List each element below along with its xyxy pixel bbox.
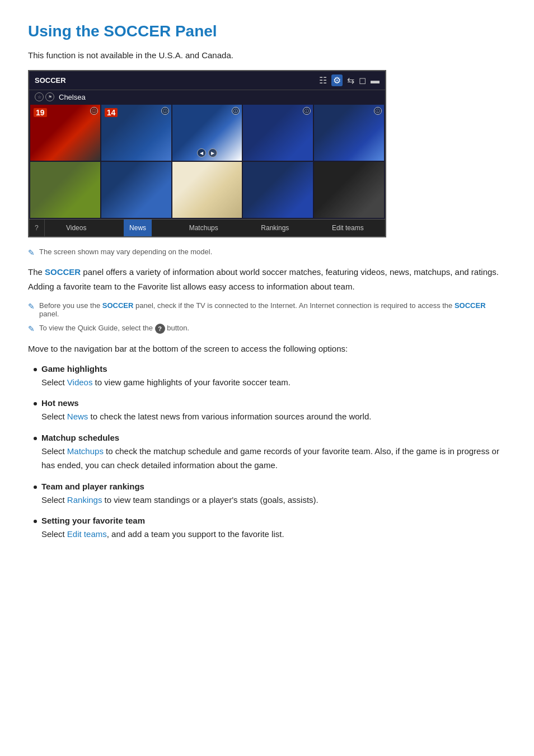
- play-controls: ◀ ▶: [197, 148, 217, 157]
- bullet-desc-3: Select Matchups to check the matchup sch…: [41, 445, 506, 473]
- feature-list: Game highlights Select Videos to view ga…: [34, 364, 506, 542]
- bullet-title-5: Setting your favorite team: [41, 516, 145, 525]
- note-2: ✎ To view the Quick Guide, select the ? …: [28, 324, 506, 334]
- bullet-desc-2: Select News to check the latest news fro…: [41, 410, 506, 424]
- badge-icon: ⚑: [45, 92, 54, 101]
- next-icon[interactable]: ▶: [208, 148, 217, 157]
- nav-items: Videos News Matchups Rankings Edit teams: [45, 220, 385, 236]
- window-icon[interactable]: ◻: [359, 75, 366, 86]
- list-item-hot-news: Hot news Select News to check the latest…: [34, 398, 506, 424]
- team-name: Chelsea: [59, 93, 86, 101]
- soccer-panel-title: SOCCER: [35, 76, 66, 85]
- image-cell-10: [314, 162, 384, 218]
- team-row: ☆ ⚑ Chelsea: [29, 90, 385, 104]
- bullet-dot-2: [34, 402, 37, 405]
- videos-link[interactable]: Videos: [67, 377, 93, 387]
- bullet-title-4: Team and player rankings: [41, 482, 144, 491]
- matchups-link[interactable]: Matchups: [67, 446, 104, 456]
- nav-matchups[interactable]: Matchups: [184, 220, 224, 236]
- bullet-dot-5: [34, 520, 37, 523]
- image-cell-1[interactable]: 19 ⓘ: [30, 105, 100, 161]
- image-cell-2[interactable]: 14 ⓘ: [101, 105, 171, 161]
- favorite-icon: ☆: [35, 92, 44, 101]
- list-icon[interactable]: ☷: [319, 75, 327, 86]
- list-item-matchup-schedules: Matchup schedules Select Matchups to che…: [34, 433, 506, 473]
- bullet-desc-4: Select Rankings to view team standings o…: [41, 493, 506, 507]
- image-badge-2: ⓘ: [161, 107, 169, 115]
- intro-text: This function is not available in the U.…: [28, 50, 506, 60]
- screen-note: ✎ The screen shown may vary depending on…: [28, 248, 506, 257]
- nav-rankings[interactable]: Rankings: [255, 220, 294, 236]
- body-paragraph: The SOCCER panel offers a variety of inf…: [28, 265, 506, 293]
- image-cell-7[interactable]: [101, 162, 171, 218]
- bullet-title-2: Hot news: [41, 398, 79, 408]
- prev-icon[interactable]: ◀: [197, 148, 206, 157]
- soccer-highlight-3: SOCCER: [455, 301, 486, 310]
- settings-icon[interactable]: ⚙: [331, 74, 343, 86]
- image-grid: 19 ⓘ 14 ⓘ ⓘ ◀ ▶ ⓘ ⓘ: [29, 104, 385, 219]
- nav-edit-teams[interactable]: Edit teams: [326, 220, 369, 236]
- edit-teams-link[interactable]: Edit teams: [67, 529, 107, 539]
- jersey-number-2: 14: [105, 108, 118, 117]
- list-item-rankings: Team and player rankings Select Rankings…: [34, 482, 506, 507]
- pencil-icon-3: ✎: [28, 324, 35, 333]
- bullet-title-1: Game highlights: [41, 364, 107, 374]
- bullet-dot-3: [34, 437, 37, 440]
- nav-videos[interactable]: Videos: [60, 220, 92, 236]
- help-button[interactable]: ?: [29, 220, 45, 236]
- nav-news[interactable]: News: [124, 220, 152, 236]
- page-title: Using the SOCCER Panel: [28, 22, 506, 40]
- header-toolbar: ☷ ⚙ ⇆ ◻ ▬: [319, 74, 380, 86]
- jersey-number: 19: [34, 108, 47, 117]
- soccer-panel: SOCCER ☷ ⚙ ⇆ ◻ ▬ ☆ ⚑ Chelsea 19 ⓘ 14 ⓘ: [28, 70, 386, 237]
- bullet-desc-1: Select Videos to view game highlights of…: [41, 376, 506, 390]
- image-badge-1: ⓘ: [90, 107, 98, 115]
- bullet-desc-5: Select Edit teams, and add a team you su…: [41, 528, 506, 542]
- image-cell-6[interactable]: [30, 162, 100, 218]
- navigation-intro: Move to the navigation bar at the bottom…: [28, 342, 506, 356]
- list-item-game-highlights: Game highlights Select Videos to view ga…: [34, 364, 506, 390]
- image-cell-3[interactable]: ⓘ ◀ ▶: [172, 105, 242, 161]
- soccer-nav-bar: ? Videos News Matchups Rankings Edit tea…: [29, 219, 385, 236]
- transfer-icon[interactable]: ⇆: [347, 75, 354, 86]
- bullet-dot-4: [34, 486, 37, 489]
- rankings-link[interactable]: Rankings: [67, 495, 102, 505]
- bullet-dot-1: [34, 368, 37, 371]
- image-cell-9[interactable]: [243, 162, 313, 218]
- soccer-panel-header: SOCCER ☷ ⚙ ⇆ ◻ ▬: [29, 71, 385, 90]
- image-badge-5: ⓘ: [374, 107, 382, 115]
- list-item-edit-teams: Setting your favorite team Select Edit t…: [34, 516, 506, 542]
- image-cell-4[interactable]: ⓘ: [243, 105, 313, 161]
- image-cell-8[interactable]: [172, 162, 242, 218]
- soccer-highlight-1: SOCCER: [45, 267, 81, 277]
- soccer-highlight-2: SOCCER: [102, 301, 134, 310]
- bullet-title-3: Matchup schedules: [41, 433, 119, 442]
- team-icons: ☆ ⚑: [35, 92, 54, 101]
- quick-guide-button[interactable]: ?: [155, 324, 165, 334]
- image-cell-5[interactable]: ⓘ: [314, 105, 384, 161]
- pencil-icon-1: ✎: [28, 248, 35, 257]
- note-1: ✎ Before you use the SOCCER panel, check…: [28, 301, 506, 318]
- news-link[interactable]: News: [67, 412, 88, 421]
- pencil-icon-2: ✎: [28, 302, 35, 311]
- fullscreen-icon[interactable]: ▬: [371, 76, 380, 86]
